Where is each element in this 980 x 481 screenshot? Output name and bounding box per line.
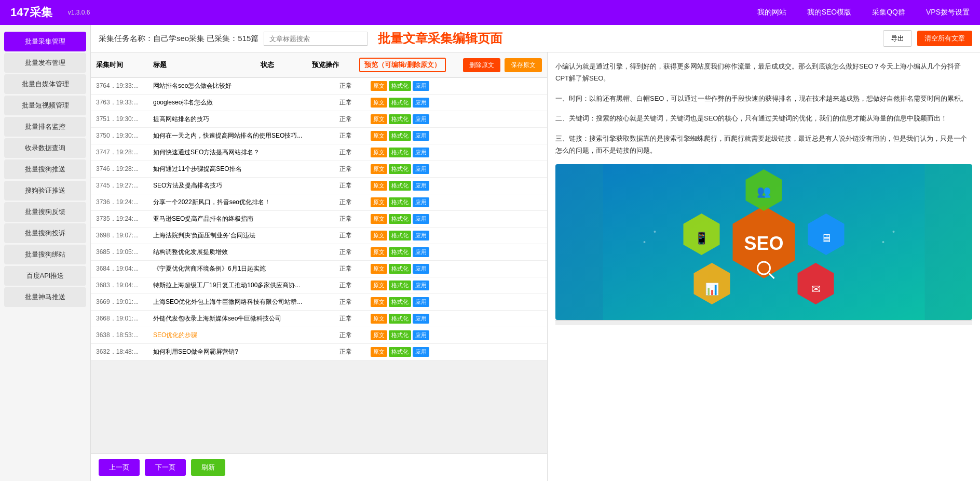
orig-btn[interactable]: 原文 bbox=[371, 247, 387, 257]
format-btn[interactable]: 格式化 bbox=[389, 330, 411, 340]
orig-btn[interactable]: 原文 bbox=[371, 330, 387, 340]
sidebar-item-rank[interactable]: 批量排名监控 bbox=[4, 117, 86, 137]
format-btn[interactable]: 格式化 bbox=[389, 81, 411, 91]
svg-text:📱: 📱 bbox=[695, 231, 709, 245]
orig-btn[interactable]: 原文 bbox=[371, 164, 387, 174]
row-title: SEO方法及提高排名技巧 bbox=[153, 181, 339, 190]
orig-btn[interactable]: 原文 bbox=[371, 81, 387, 91]
orig-btn[interactable]: 原文 bbox=[371, 181, 387, 191]
apply-btn[interactable]: 应用 bbox=[413, 280, 429, 290]
row-status: 正常 bbox=[339, 215, 371, 223]
apply-btn[interactable]: 应用 bbox=[413, 114, 429, 124]
nav-seo-template[interactable]: 我的SEO模版 bbox=[807, 8, 852, 17]
sidebar-item-sogou-bind[interactable]: 批量搜狗绑站 bbox=[4, 245, 86, 264]
apply-btn[interactable]: 应用 bbox=[413, 131, 429, 141]
refresh-button[interactable]: 刷新 bbox=[191, 459, 225, 476]
table-row: 3668．19:01:... 外链代发包收录上海新媒体seo牛巨微科技公司 正常… bbox=[91, 311, 547, 327]
sidebar-item-shenma-push[interactable]: 批量神马推送 bbox=[4, 287, 86, 307]
table-row: 3632．18:48:... 如何利用SEO做全网霸屏营销? 正常 原文 格式化… bbox=[91, 344, 547, 360]
apply-btn[interactable]: 应用 bbox=[413, 347, 429, 357]
clear-all-button[interactable]: 清空所有文章 bbox=[917, 31, 972, 46]
format-btn[interactable]: 格式化 bbox=[389, 197, 411, 207]
orig-btn[interactable]: 原文 bbox=[371, 347, 387, 357]
table-row: 3638．18:53:... SEO优化的步骤 正常 原文 格式化 应用 bbox=[91, 327, 547, 344]
delete-orig-button[interactable]: 删除原文 bbox=[463, 58, 500, 72]
scrollbar-bottom[interactable] bbox=[555, 320, 972, 325]
format-btn[interactable]: 格式化 bbox=[389, 280, 411, 290]
apply-btn[interactable]: 应用 bbox=[413, 297, 429, 307]
format-btn[interactable]: 格式化 bbox=[389, 247, 411, 257]
orig-btn[interactable]: 原文 bbox=[371, 297, 387, 307]
format-btn[interactable]: 格式化 bbox=[389, 347, 411, 357]
sidebar-item-publish[interactable]: 批量发布管理 bbox=[4, 53, 86, 73]
apply-btn[interactable]: 应用 bbox=[413, 81, 429, 91]
preview-section: 小编认为就是通过引擎，得到好的，获得更多网站度我们称作流量，最后成成交。那么到底… bbox=[548, 52, 980, 481]
format-btn[interactable]: 格式化 bbox=[389, 264, 411, 274]
sidebar-item-record[interactable]: 收录数据查询 bbox=[4, 138, 86, 158]
export-button[interactable]: 导出 bbox=[883, 30, 912, 47]
apply-btn[interactable]: 应用 bbox=[413, 264, 429, 274]
sidebar-item-baidu-api[interactable]: 百度API推送 bbox=[4, 266, 86, 286]
apply-btn[interactable]: 应用 bbox=[413, 330, 429, 340]
apply-btn[interactable]: 应用 bbox=[413, 247, 429, 257]
orig-btn[interactable]: 原文 bbox=[371, 214, 387, 224]
orig-btn[interactable]: 原文 bbox=[371, 148, 387, 157]
save-orig-button[interactable]: 保存原文 bbox=[505, 58, 542, 72]
row-ops: 原文 格式化 应用 bbox=[371, 297, 438, 307]
sidebar-item-collect[interactable]: 批量采集管理 bbox=[4, 32, 86, 51]
orig-btn[interactable]: 原文 bbox=[371, 264, 387, 274]
nav-vps-settings[interactable]: VPS拨号设置 bbox=[926, 8, 970, 17]
format-btn[interactable]: 格式化 bbox=[389, 181, 411, 191]
orig-btn[interactable]: 原文 bbox=[371, 197, 387, 207]
next-page-button[interactable]: 下一页 bbox=[145, 459, 186, 476]
table-section: 采集时间 标题 状态 预览操作 预览（可编辑/删除原文） 删除原文 保存原文 3… bbox=[91, 52, 548, 481]
apply-btn[interactable]: 应用 bbox=[413, 197, 429, 207]
format-btn[interactable]: 格式化 bbox=[389, 131, 411, 141]
format-btn[interactable]: 格式化 bbox=[389, 148, 411, 157]
format-btn[interactable]: 格式化 bbox=[389, 297, 411, 307]
orig-btn[interactable]: 原文 bbox=[371, 314, 387, 324]
orig-btn[interactable]: 原文 bbox=[371, 280, 387, 290]
format-btn[interactable]: 格式化 bbox=[389, 114, 411, 124]
row-status: 正常 bbox=[339, 331, 371, 340]
apply-btn[interactable]: 应用 bbox=[413, 181, 429, 191]
row-ops: 原文 格式化 应用 bbox=[371, 181, 438, 191]
apply-btn[interactable]: 应用 bbox=[413, 314, 429, 324]
main-layout: 批量采集管理 批量发布管理 批量自媒体管理 批量短视频管理 批量排名监控 收录数… bbox=[0, 25, 980, 481]
prev-page-button[interactable]: 上一页 bbox=[99, 459, 140, 476]
orig-btn[interactable]: 原文 bbox=[371, 98, 387, 108]
row-title: 亚马逊SEO提高产品排名的终极指南 bbox=[153, 215, 339, 223]
orig-btn[interactable]: 原文 bbox=[371, 131, 387, 141]
apply-btn[interactable]: 应用 bbox=[413, 214, 429, 224]
sidebar-item-sogou-complaint[interactable]: 批量搜狗投诉 bbox=[4, 223, 86, 243]
row-title: SEO优化的步骤 bbox=[153, 331, 339, 340]
row-time: 3763．19:33:... bbox=[96, 98, 153, 107]
apply-btn[interactable]: 应用 bbox=[413, 164, 429, 174]
search-input[interactable] bbox=[264, 32, 367, 46]
format-btn[interactable]: 格式化 bbox=[389, 98, 411, 108]
apply-btn[interactable]: 应用 bbox=[413, 98, 429, 108]
row-status: 正常 bbox=[339, 98, 371, 107]
row-time: 3638．18:53:... bbox=[96, 331, 153, 340]
sidebar-item-sogou-feedback[interactable]: 批量搜狗反馈 bbox=[4, 202, 86, 222]
table-row: 3736．19:24:... 分享一个2022新风口，抖音seo优化排名！ 正常… bbox=[91, 194, 547, 211]
col-header-ops: 预览操作 bbox=[292, 60, 359, 70]
format-btn[interactable]: 格式化 bbox=[389, 231, 411, 240]
nav-qq-group[interactable]: 采集QQ群 bbox=[872, 8, 905, 17]
format-btn[interactable]: 格式化 bbox=[389, 214, 411, 224]
col-header-time: 采集时间 bbox=[96, 60, 153, 70]
row-title: 分享一个2022新风口，抖音seo优化排名！ bbox=[153, 198, 339, 207]
sidebar-item-video[interactable]: 批量短视频管理 bbox=[4, 96, 86, 115]
table-row: 3746．19:28:... 如何通过11个步骤提高SEO排名 正常 原文 格式… bbox=[91, 161, 547, 178]
format-btn[interactable]: 格式化 bbox=[389, 314, 411, 324]
apply-btn[interactable]: 应用 bbox=[413, 231, 429, 240]
sidebar-item-sogou-push[interactable]: 批量搜狗推送 bbox=[4, 159, 86, 179]
orig-btn[interactable]: 原文 bbox=[371, 231, 387, 240]
nav-mysite[interactable]: 我的网站 bbox=[757, 8, 786, 17]
row-status: 正常 bbox=[339, 231, 371, 240]
apply-btn[interactable]: 应用 bbox=[413, 148, 429, 157]
sidebar-item-sogou-verify[interactable]: 搜狗验证推送 bbox=[4, 181, 86, 201]
sidebar-item-media[interactable]: 批量自媒体管理 bbox=[4, 74, 86, 94]
orig-btn[interactable]: 原文 bbox=[371, 114, 387, 124]
format-btn[interactable]: 格式化 bbox=[389, 164, 411, 174]
